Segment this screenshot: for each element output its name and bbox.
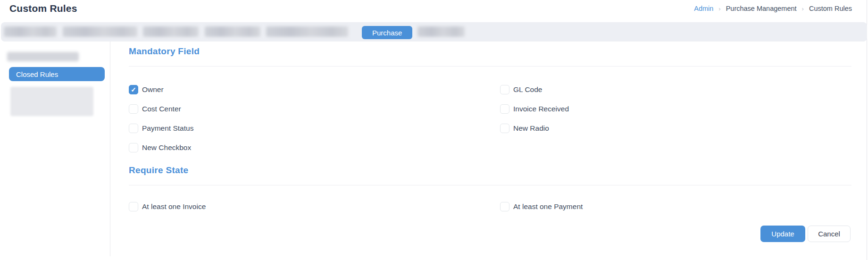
tab-redacted[interactable] xyxy=(205,26,260,37)
checkbox-invoice-received[interactable] xyxy=(500,104,509,114)
checkbox-owner[interactable] xyxy=(129,85,138,94)
breadcrumb-admin[interactable]: Admin xyxy=(694,5,713,12)
mandatory-field-checkbox-grid: Owner GL Code Cost Center Invoice Receiv… xyxy=(129,85,569,152)
tab-redacted[interactable] xyxy=(63,26,137,37)
breadcrumb-separator-icon: › xyxy=(718,5,720,12)
require-state-checkbox-grid: At least one Invoice At least one Paymen… xyxy=(129,202,583,211)
tab-redacted[interactable] xyxy=(266,26,348,37)
checkbox-row-new-checkbox[interactable]: New Checkbox xyxy=(129,143,500,152)
checkbox-label: Payment Status xyxy=(142,124,193,133)
checkbox-label: At least one Payment xyxy=(513,202,583,211)
tab-redacted[interactable] xyxy=(4,26,57,37)
section-title-mandatory-field: Mandatory Field xyxy=(129,46,200,57)
custom-rules-page: Custom Rules Admin › Purchase Management… xyxy=(0,0,868,260)
checkbox-label: GL Code xyxy=(513,85,542,94)
checkbox-label: Cost Center xyxy=(142,105,181,113)
checkbox-cost-center[interactable] xyxy=(129,104,138,114)
breadcrumb-separator-icon: › xyxy=(802,5,804,12)
checkbox-row-cost-center[interactable]: Cost Center xyxy=(129,104,500,114)
module-tabbar: Purchase xyxy=(1,22,867,42)
checkbox-label: New Checkbox xyxy=(142,143,191,152)
checkbox-row-owner[interactable]: Owner xyxy=(129,85,500,94)
cancel-button[interactable]: Cancel xyxy=(808,226,851,242)
sidebar-item-redacted[interactable] xyxy=(7,52,79,61)
checkbox-row-new-radio[interactable]: New Radio xyxy=(500,124,569,133)
page-title: Custom Rules xyxy=(9,3,77,14)
breadcrumb: Admin › Purchase Management › Custom Rul… xyxy=(694,5,852,12)
checkbox-grid-spacer xyxy=(500,143,569,152)
checkbox-label: New Radio xyxy=(513,124,549,133)
checkbox-gl-code[interactable] xyxy=(500,85,509,94)
checkbox-row-at-least-one-invoice[interactable]: At least one Invoice xyxy=(129,202,500,211)
checkbox-row-at-least-one-payment[interactable]: At least one Payment xyxy=(500,202,583,211)
checkbox-label: Owner xyxy=(142,85,164,94)
checkbox-payment-status[interactable] xyxy=(129,124,138,133)
breadcrumb-custom-rules: Custom Rules xyxy=(809,5,852,12)
checkbox-row-gl-code[interactable]: GL Code xyxy=(500,85,569,94)
tab-redacted[interactable] xyxy=(143,26,199,37)
checkbox-at-least-one-invoice[interactable] xyxy=(129,202,138,211)
update-button[interactable]: Update xyxy=(760,226,805,242)
sidebar-item-redacted[interactable] xyxy=(10,87,93,116)
checkbox-label: Invoice Received xyxy=(513,105,569,113)
section-divider xyxy=(129,66,851,67)
section-title-require-state: Require State xyxy=(129,165,188,176)
sidebar-divider xyxy=(110,42,110,256)
footer-actions: Update Cancel xyxy=(760,226,851,242)
checkbox-new-checkbox[interactable] xyxy=(129,143,138,152)
checkbox-at-least-one-payment[interactable] xyxy=(500,202,509,211)
checkbox-new-radio[interactable] xyxy=(500,124,509,133)
tab-redacted[interactable] xyxy=(417,26,465,37)
checkbox-row-invoice-received[interactable]: Invoice Received xyxy=(500,104,569,114)
sidebar-item-closed-rules[interactable]: Closed Rules xyxy=(9,67,105,81)
section-divider xyxy=(129,185,851,185)
checkbox-row-payment-status[interactable]: Payment Status xyxy=(129,124,500,133)
tab-purchase[interactable]: Purchase xyxy=(362,26,412,39)
checkbox-label: At least one Invoice xyxy=(142,202,206,211)
breadcrumb-purchase-management[interactable]: Purchase Management xyxy=(726,5,797,12)
